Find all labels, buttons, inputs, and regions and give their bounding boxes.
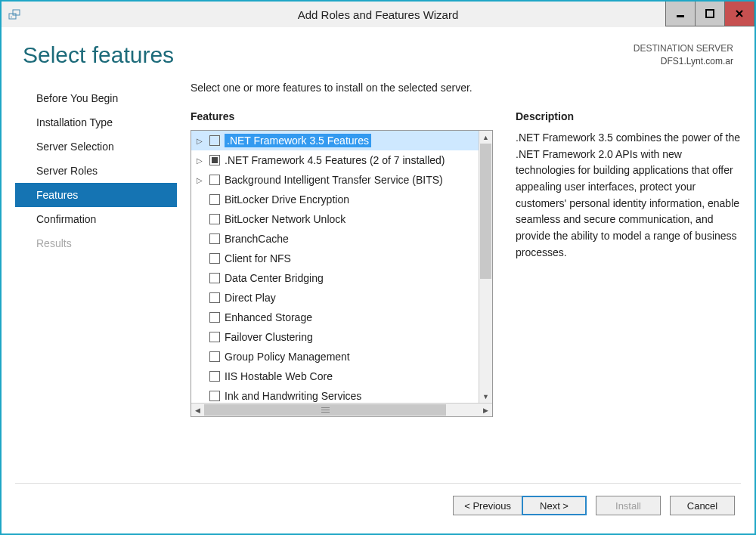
next-button[interactable]: Next >	[522, 496, 587, 515]
feature-row[interactable]: ▷.NET Framework 3.5 Features	[191, 131, 479, 150]
feature-label: Direct Play	[225, 292, 276, 304]
cancel-button[interactable]: Cancel	[670, 496, 735, 515]
nav-step-3[interactable]: Server Roles	[15, 159, 177, 183]
description-heading: Description	[516, 110, 741, 122]
close-button[interactable]	[724, 2, 754, 26]
feature-row[interactable]: BranchCache	[191, 229, 479, 249]
feature-checkbox[interactable]	[209, 371, 220, 382]
svg-rect-3	[677, 15, 684, 17]
scroll-up-icon[interactable]: ▲	[479, 131, 492, 144]
feature-checkbox[interactable]	[209, 253, 220, 264]
instruction-text: Select one or more features to install o…	[191, 82, 741, 94]
nav-step-4[interactable]: Features	[15, 183, 177, 207]
feature-label: Group Policy Management	[225, 351, 350, 363]
scroll-right-icon[interactable]: ▶	[479, 404, 492, 416]
feature-checkbox[interactable]	[209, 233, 220, 244]
scroll-left-icon[interactable]: ◀	[191, 404, 204, 416]
step-navigation: Before You BeginInstallation TypeServer …	[15, 82, 177, 474]
navigation-button-group: < Previous Next >	[453, 496, 587, 515]
maximize-button[interactable]	[695, 2, 725, 26]
feature-row[interactable]: Direct Play	[191, 288, 479, 308]
description-column: Description .NET Framework 3.5 combines …	[516, 110, 741, 474]
features-heading: Features	[191, 110, 493, 122]
features-rows: ▷.NET Framework 3.5 Features▷.NET Framew…	[191, 131, 479, 403]
feature-label: Enhanced Storage	[225, 311, 312, 323]
feature-row[interactable]: ▷Background Intelligent Transfer Service…	[191, 170, 479, 190]
columns: Features ▷.NET Framework 3.5 Features▷.N…	[191, 110, 741, 474]
features-column: Features ▷.NET Framework 3.5 Features▷.N…	[191, 110, 493, 474]
feature-row[interactable]: IIS Hostable Web Core	[191, 366, 479, 386]
expand-icon[interactable]: ▷	[194, 176, 205, 184]
feature-checkbox[interactable]	[209, 292, 220, 303]
nav-step-2[interactable]: Server Selection	[15, 135, 177, 159]
wizard-window: Add Roles and Features Wizard Select fea…	[0, 0, 756, 535]
feature-checkbox[interactable]	[209, 273, 220, 283]
destination-label: DESTINATION SERVER	[634, 42, 733, 55]
feature-label: Background Intelligent Transfer Service …	[225, 174, 443, 186]
feature-checkbox[interactable]	[209, 312, 220, 323]
nav-step-6: Results	[15, 231, 177, 255]
feature-row[interactable]: Enhanced Storage	[191, 308, 479, 327]
feature-label: BitLocker Drive Encryption	[225, 193, 349, 206]
content-area: Select features DESTINATION SERVER DFS1.…	[2, 27, 754, 533]
feature-checkbox[interactable]	[209, 175, 220, 185]
window-title: Add Roles and Features Wizard	[298, 8, 459, 21]
expand-icon[interactable]: ▷	[194, 156, 205, 165]
server-manager-icon	[8, 7, 23, 22]
destination-server: DFS1.Lynt.com.ar	[634, 55, 733, 68]
feature-label: Failover Clustering	[225, 331, 313, 343]
feature-row[interactable]: BitLocker Network Unlock	[191, 209, 479, 229]
nav-step-1[interactable]: Installation Type	[15, 110, 177, 135]
feature-checkbox[interactable]	[209, 351, 220, 362]
destination-info: DESTINATION SERVER DFS1.Lynt.com.ar	[634, 42, 733, 68]
feature-label: Client for NFS	[225, 252, 291, 264]
minimize-button[interactable]	[665, 2, 696, 26]
nav-step-0[interactable]: Before You Begin	[15, 86, 177, 110]
feature-label: .NET Framework 3.5 Features	[225, 134, 371, 147]
feature-label: .NET Framework 4.5 Features (2 of 7 inst…	[225, 154, 445, 166]
features-listbox: ▷.NET Framework 3.5 Features▷.NET Framew…	[191, 130, 493, 417]
hscroll-track[interactable]	[204, 404, 479, 416]
svg-rect-2	[11, 17, 12, 17]
features-list-viewport: ▷.NET Framework 3.5 Features▷.NET Framew…	[191, 131, 492, 403]
footer: < Previous Next > Install Cancel	[15, 483, 741, 533]
feature-label: Data Center Bridging	[225, 272, 324, 284]
page-header: Select features DESTINATION SERVER DFS1.…	[15, 36, 741, 68]
feature-row[interactable]: Failover Clustering	[191, 327, 479, 347]
svg-rect-4	[706, 10, 714, 17]
feature-checkbox[interactable]	[209, 391, 220, 401]
feature-row[interactable]: Client for NFS	[191, 249, 479, 268]
nav-step-5[interactable]: Confirmation	[15, 207, 177, 231]
titlebar: Add Roles and Features Wizard	[2, 2, 754, 27]
feature-checkbox[interactable]	[209, 135, 220, 146]
feature-checkbox[interactable]	[209, 332, 220, 342]
feature-label: BitLocker Network Unlock	[225, 213, 345, 225]
horizontal-scrollbar[interactable]: ◀ ▶	[191, 403, 492, 416]
hscroll-thumb[interactable]	[204, 404, 446, 416]
feature-checkbox[interactable]	[209, 214, 220, 224]
install-button[interactable]: Install	[596, 496, 661, 515]
feature-row[interactable]: Ink and Handwriting Services	[191, 386, 479, 403]
scroll-thumb[interactable]	[480, 144, 491, 279]
scroll-down-icon[interactable]: ▼	[479, 390, 492, 403]
body: Before You BeginInstallation TypeServer …	[15, 82, 741, 474]
previous-button[interactable]: < Previous	[453, 496, 522, 515]
expand-icon[interactable]: ▷	[194, 137, 205, 145]
scroll-track[interactable]	[479, 144, 492, 390]
feature-label: BranchCache	[225, 233, 289, 245]
feature-row[interactable]: BitLocker Drive Encryption	[191, 190, 479, 209]
description-text: .NET Framework 3.5 combines the power of…	[516, 130, 741, 261]
feature-label: IIS Hostable Web Core	[225, 370, 333, 382]
feature-row[interactable]: Data Center Bridging	[191, 268, 479, 288]
window-controls	[666, 2, 754, 27]
feature-checkbox[interactable]	[209, 155, 220, 165]
main-panel: Select one or more features to install o…	[177, 82, 741, 474]
feature-label: Ink and Handwriting Services	[225, 390, 361, 402]
feature-checkbox[interactable]	[209, 194, 220, 205]
vertical-scrollbar[interactable]: ▲ ▼	[479, 131, 492, 403]
feature-row[interactable]: Group Policy Management	[191, 347, 479, 366]
feature-row[interactable]: ▷.NET Framework 4.5 Features (2 of 7 ins…	[191, 150, 479, 170]
page-title: Select features	[23, 42, 174, 68]
